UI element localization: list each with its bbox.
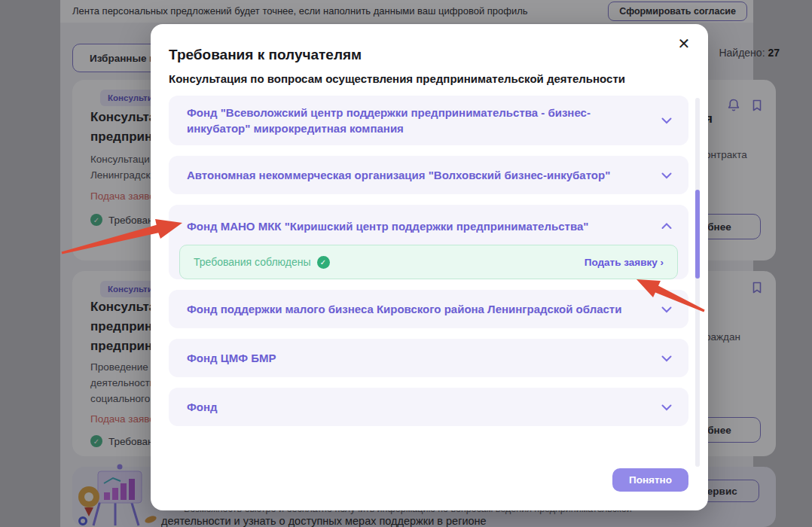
organization-name: Фонд МАНО МКК "Киришский центр поддержки… — [187, 218, 646, 234]
organizations-accordion: Фонд "Всеволожский центр поддержки предп… — [169, 96, 688, 426]
requirements-met-status: Требования соблюдены ✓ — [194, 256, 330, 269]
accordion-item-kirovsk-fund[interactable]: Фонд поддержки малого бизнеса Кировского… — [169, 290, 688, 328]
organization-name: Фонд — [187, 399, 646, 415]
confirm-button[interactable]: Понятно — [612, 468, 688, 492]
modal-subtitle: Консультация по вопросам осуществления п… — [169, 72, 688, 85]
organization-name: Фонд поддержки малого бизнеса Кировского… — [187, 301, 646, 317]
accordion-item-kirishi-fund[interactable]: Фонд МАНО МКК "Киришский центр поддержки… — [169, 205, 688, 279]
accordion-item-volkhov-incubator[interactable]: Автономная некоммерческая организация "В… — [169, 156, 688, 194]
check-circle-icon: ✓ — [317, 256, 330, 269]
modal-scrollbar-thumb[interactable] — [695, 190, 700, 279]
chevron-down-icon — [661, 114, 672, 127]
organization-name: Фонд ЦМФ БМР — [187, 350, 646, 366]
requirements-met-panel: Требования соблюдены ✓ Подать заявку › — [179, 245, 678, 279]
modal-scrollbar-track[interactable] — [695, 98, 700, 467]
accordion-item-vsevolozhsk-fund[interactable]: Фонд "Всеволожский центр поддержки предп… — [169, 96, 688, 145]
chevron-up-icon — [661, 219, 672, 233]
requirements-met-label: Требования соблюдены — [194, 256, 311, 268]
chevron-down-icon — [661, 169, 672, 182]
accordion-item-fund[interactable]: Фонд — [169, 388, 688, 426]
organization-name: Автономная некоммерческая организация "В… — [187, 167, 646, 183]
chevron-down-icon — [661, 401, 672, 414]
accordion-item-cmf-bmr-fund[interactable]: Фонд ЦМФ БМР — [169, 339, 688, 377]
submit-application-link[interactable]: Подать заявку › — [585, 257, 664, 268]
requirements-modal: ✕ Требования к получателям Консультация … — [151, 24, 708, 510]
organization-name: Фонд "Всеволожский центр поддержки предп… — [187, 105, 646, 136]
chevron-down-icon — [661, 303, 672, 316]
modal-title: Требования к получателям — [169, 47, 688, 63]
chevron-down-icon — [661, 352, 672, 365]
